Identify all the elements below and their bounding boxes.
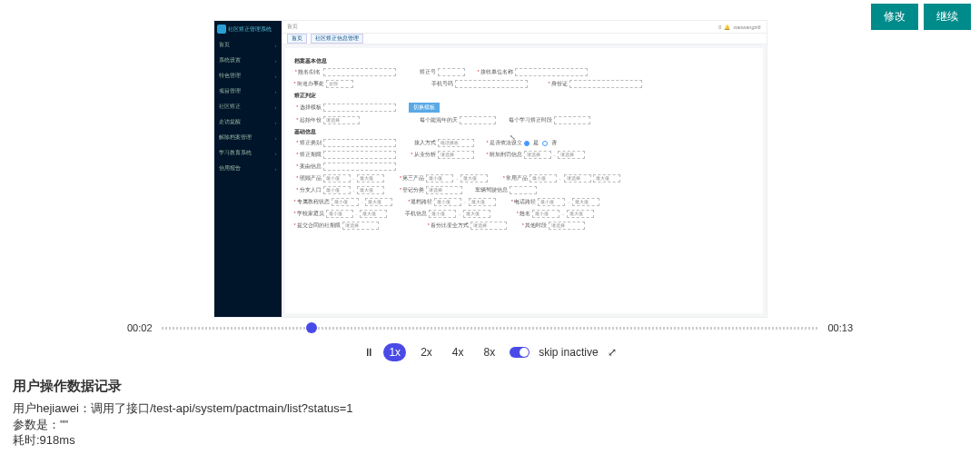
input-telpath1[interactable]: 最小值 [538,198,565,206]
input-schoolfam1[interactable]: 最小值 [326,210,353,218]
lbl-corrtype: 矫正类别 [294,140,322,146]
input-startyear[interactable]: 请选择 [323,116,360,124]
timeline: 00:02 00:13 [0,318,980,338]
input-phone[interactable] [455,80,528,88]
input-name2b[interactable]: 最大值 [567,210,594,218]
cursor-icon: ⤡ [510,133,516,142]
bell-icon[interactable]: 🔔 [724,25,730,30]
lbl-tutorial: 专属教程状态 [294,199,330,205]
input-corrno[interactable] [438,68,465,76]
nav-item-feature[interactable]: 特色管理› [214,68,282,84]
radio-legal[interactable]: 是 否 [524,140,557,146]
tab-home[interactable]: 首页 [287,34,307,44]
input-recvmode[interactable]: 电话接收 [438,139,474,147]
timeline-track[interactable] [162,327,819,330]
lbl-name2: 姓名 [503,211,530,217]
log-section: 用户操作数据记录 用户hejiawei：调用了接口/test-api/syste… [0,374,980,452]
lbl-street: 街道办事处 [294,81,324,87]
chevron-right-icon: › [275,166,277,172]
speed-4x[interactable]: 4x [447,343,470,361]
form-body: 档案基本信息 姓名/别名 矫正号 接收单位名称 街道办事处全部 手机号码 身份证… [285,48,763,313]
input-idcard[interactable] [569,80,642,88]
expand-icon[interactable]: ⤢ [608,346,617,359]
timeline-knob[interactable] [306,322,317,333]
input-name2a[interactable]: 最小值 [532,210,559,218]
skip-inactive-toggle[interactable] [510,347,530,358]
tab-correction-info[interactable]: 社区矫正信息管理 [311,34,363,44]
input-prod3-max[interactable]: 请选择 [564,174,591,183]
nav-item-archive[interactable]: 解除档案管理› [214,130,282,145]
lbl-other-period: 其他时段 [520,222,547,229]
input-street[interactable]: 全部 [326,80,353,88]
nav-item-credit[interactable]: 信用报告› [214,161,282,176]
lbl-branchpop: 分支人口 [294,187,322,193]
switch-template-button[interactable]: 切换模板 [409,103,440,113]
player-area: 社区矫正管理系统 首页› 系统设置› 特色管理› 项目管理› 社区矫正› 走访提… [0,0,980,374]
input-withdraw1[interactable]: 最小值 [434,198,461,206]
input-studyslot[interactable] [554,116,590,124]
input-mobileinfo2[interactable]: 最大值 [463,210,490,218]
nav-item-edu[interactable]: 学习教育系统› [214,145,282,161]
lbl-mobileinfo: 手机信息 [400,211,427,217]
speed-2x[interactable]: 2x [415,343,438,361]
input-corrperiod[interactable] [323,151,396,159]
nav-item-project[interactable]: 项目管理› [214,84,282,99]
chevron-right-icon: › [275,120,277,125]
playback-controls: ⏸ 1x 2x 4x 8x skip inactive ⤢ [0,338,980,374]
nav-label: 系统设置 [219,57,241,64]
input-other-period[interactable]: 请选择 [549,222,585,230]
input-prod3-min[interactable]: 最小值 [530,174,557,183]
chevron-right-icon: › [275,104,277,110]
input-template[interactable] [323,104,396,112]
input-addpenalty1[interactable]: 请选择 [524,151,551,159]
nav-item-correction[interactable]: 社区矫正› [214,99,282,114]
input-regclass[interactable]: 请选择 [426,186,462,194]
notif-count[interactable]: 0 [718,25,721,30]
input-prod1-max[interactable]: 最大值 [357,174,384,183]
input-tutorial1[interactable]: 最小值 [332,198,359,206]
input-name[interactable] [323,68,396,76]
input-mobileinfo1[interactable]: 最小值 [429,210,456,218]
lbl-submit-period: 提交合同的社期限 [294,222,341,229]
lbl-corrperiod: 矫正期限 [294,152,322,158]
log-line-1: 用户hejiawei：调用了接口/test-api/system/pactmai… [13,400,967,417]
input-prod3-max2[interactable]: 最大值 [593,174,620,183]
input-employ[interactable]: 请选择 [438,151,474,159]
lbl-legal: 是否依法设立 [487,140,522,146]
input-unit[interactable] [515,68,588,76]
lbl-idcard: 身份证 [540,81,568,87]
nav-item-system[interactable]: 系统设置› [214,53,282,68]
nav-item-home[interactable]: 首页› [214,37,282,53]
log-title: 用户操作数据记录 [13,378,967,395]
nav-label: 项目管理 [219,88,241,94]
radio-yes-icon[interactable] [524,141,530,146]
section-basic: 档案基本信息 [294,57,754,65]
speed-8x[interactable]: 8x [479,343,501,361]
logo-icon [217,25,226,34]
radio-yes-label: 是 [533,140,539,146]
input-addpenalty2[interactable]: 请选择 [558,151,585,159]
input-tutorial2[interactable]: 最大值 [365,198,392,206]
username[interactable]: xiaowangzi6 [733,25,760,30]
input-branchpop1[interactable]: 最小值 [323,186,351,194]
input-percent[interactable]: 请选择 [470,222,507,230]
radio-no-icon[interactable] [542,141,548,146]
input-submit-period[interactable]: 请选择 [342,222,379,230]
input-telpath2[interactable]: 最大值 [572,198,599,206]
input-prod2-max[interactable]: 最大值 [460,174,488,183]
speed-1x[interactable]: 1x [383,343,406,361]
input-schoolfam2[interactable]: 最大值 [360,210,387,218]
input-caseinfo[interactable] [323,163,396,171]
input-vehicle[interactable] [510,186,537,194]
nav-item-visit[interactable]: 走访提醒› [214,114,282,130]
input-prod2-min[interactable]: 最小值 [426,174,453,183]
input-withdraw2[interactable]: 最大值 [469,198,496,206]
input-prod1-min[interactable]: 最小值 [323,174,351,183]
input-branchpop2[interactable]: 最大值 [357,186,384,194]
pause-icon[interactable]: ⏸ [363,346,374,359]
chevron-right-icon: › [275,89,277,94]
input-perday[interactable] [460,116,496,124]
lbl-prod1: 照顾产品 [294,175,322,182]
time-start: 00:02 [127,322,153,333]
input-corrtype[interactable] [323,139,396,147]
